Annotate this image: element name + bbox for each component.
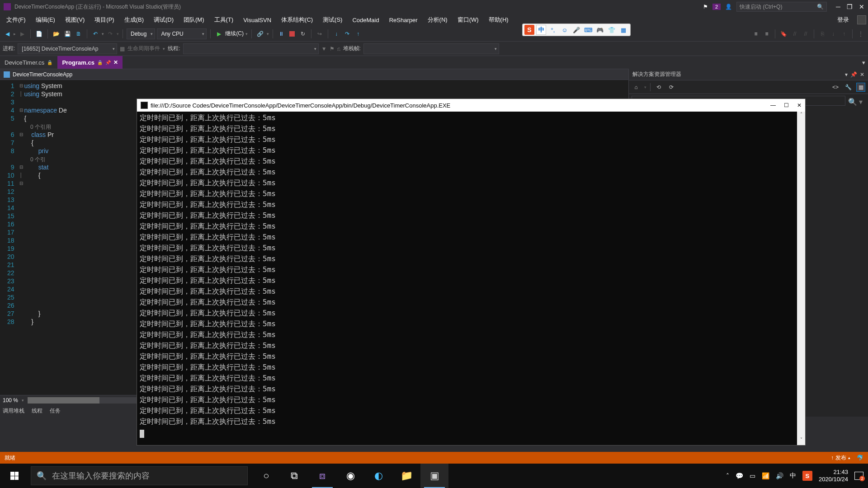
menu-visualsvn[interactable]: VisualSVN <box>239 15 276 25</box>
bookmark-icon[interactable]: 🔖 <box>779 29 788 39</box>
zoom-level[interactable]: 100 % <box>3 397 18 404</box>
tab-devicetimer[interactable]: DeviceTimer.cs 🔒 <box>0 56 57 69</box>
new-button[interactable]: 📄 <box>34 29 44 39</box>
menu-codemaid[interactable]: CodeMaid <box>348 15 383 25</box>
flag-icon[interactable]: ⚑ <box>703 4 708 10</box>
nav-back-button[interactable]: ◀ <box>3 29 12 39</box>
taskbar-chrome-icon[interactable]: ◉ <box>336 464 364 488</box>
restart-button[interactable]: ↻ <box>298 29 307 39</box>
publish-button[interactable]: ↑ 发布 ▴ <box>831 454 850 462</box>
menu-tools[interactable]: 工具(T) <box>210 14 238 26</box>
tray-chevron-icon[interactable]: ˄ <box>726 472 729 479</box>
console-close-button[interactable]: ✕ <box>797 102 802 108</box>
platform-combo[interactable]: Any CPU <box>157 28 207 39</box>
menu-analyze[interactable]: 分析(N) <box>423 14 452 26</box>
menu-resharper[interactable]: ReSharper <box>385 15 422 25</box>
tray-notification-icon[interactable]: 2 <box>854 472 863 480</box>
ime-punct-icon[interactable]: °, <box>548 25 558 35</box>
tb-extra3-icon[interactable]: ↑ <box>840 29 849 39</box>
panel-pin-icon[interactable]: 📌 <box>850 71 857 78</box>
tab-close-icon[interactable]: ✕ <box>113 59 118 66</box>
undo-button[interactable]: ↶ <box>91 29 100 39</box>
taskbar-edge-icon[interactable]: ◐ <box>364 464 392 488</box>
comment-icon[interactable]: // <box>790 29 799 39</box>
step-out-button[interactable]: ↑ <box>354 29 363 39</box>
ime-lang-button[interactable]: 中 <box>536 25 546 35</box>
menu-architecture[interactable]: 体系结构(C) <box>277 14 317 26</box>
uncomment-icon[interactable]: // <box>801 29 810 39</box>
tray-wifi-icon[interactable]: 📶 <box>762 472 769 479</box>
sogou-logo-icon[interactable]: S <box>524 25 534 35</box>
tab-program[interactable]: Program.cs 🔒 📌 ✕ <box>57 56 123 69</box>
avatar-icon[interactable] <box>857 15 866 24</box>
task-view-icon[interactable]: ⧉ <box>280 464 308 488</box>
scroll-down-icon[interactable]: ˅ <box>797 437 805 445</box>
ime-keyboard-icon[interactable]: ⌨ <box>583 25 593 35</box>
menu-debug[interactable]: 调试(D) <box>149 14 178 26</box>
tray-clock[interactable]: 21:43 2020/10/24 <box>819 469 848 483</box>
thread-combo[interactable] <box>183 43 319 54</box>
menu-help[interactable]: 帮助(H) <box>484 14 513 26</box>
show-next-icon[interactable]: ↪ <box>315 29 324 39</box>
ime-skin-icon[interactable]: 👕 <box>607 25 617 35</box>
tb-overflow-icon[interactable]: ⋮ <box>856 29 865 39</box>
console-scrollbar[interactable]: ˄ ˅ <box>797 112 805 445</box>
feedback-icon[interactable]: 👤 <box>725 4 732 10</box>
ime-toolbar[interactable]: S 中 °, ☺ 🎤 ⌨ 🎮 👕 ▦ <box>522 23 631 36</box>
stop-button[interactable] <box>288 29 297 39</box>
config-combo[interactable]: Debug <box>127 28 155 39</box>
tab-overflow-icon[interactable]: ▾ <box>859 56 868 69</box>
console-titlebar[interactable]: file:///D:/Source Codes/DeviceTimerConso… <box>137 99 805 112</box>
source-control-icon[interactable]: 🐬 <box>857 455 863 461</box>
flag-filter-icon[interactable]: ⚑ <box>330 46 335 52</box>
ime-voice-icon[interactable]: 🎤 <box>571 25 581 35</box>
quick-launch-input[interactable]: 快速启动 (Ctrl+Q) 🔍 <box>736 2 827 12</box>
console-maximize-button[interactable]: ☐ <box>784 102 789 108</box>
tb-extra1-icon[interactable]: ⎘ <box>818 29 827 39</box>
tray-chat-icon[interactable]: 💬 <box>736 472 743 479</box>
console-minimize-button[interactable]: — <box>770 102 776 108</box>
taskbar-explorer-icon[interactable]: 📁 <box>392 464 420 488</box>
step-over-button[interactable]: ↷ <box>343 29 352 39</box>
code-text[interactable]: using Systemusing Systemnamespace De{ 0 … <box>24 80 67 395</box>
search-icon[interactable]: 🔍 ▾ <box>845 96 865 108</box>
fold-gutter[interactable]: ⊟│⊟⊟⊟│⊟ <box>18 80 24 395</box>
nav-forward-button[interactable]: ▶ <box>18 29 27 39</box>
home-icon[interactable]: ⌂ <box>632 83 641 92</box>
menu-test[interactable]: 测试(S) <box>318 14 347 26</box>
sign-in-link[interactable]: 登录 <box>833 14 854 26</box>
ime-emoji-icon[interactable]: ☺ <box>560 25 570 35</box>
stackframe-combo[interactable] <box>363 43 499 54</box>
taskbar-vs-icon[interactable]: ⧈ <box>308 464 336 488</box>
tab-callstack[interactable]: 调用堆栈 <box>3 407 24 415</box>
menu-team[interactable]: 团队(M) <box>179 14 209 26</box>
pin-icon[interactable]: 📌 <box>105 60 111 65</box>
properties-icon[interactable]: 🔧 <box>844 83 853 92</box>
indent-less-icon[interactable]: ≡ <box>751 29 760 39</box>
solution-explorer-header[interactable]: 解决方案资源管理器 ▾ 📌 ✕ <box>629 69 868 80</box>
taskbar-console-icon[interactable]: ▣ <box>420 464 448 488</box>
redo-button[interactable]: ↷ <box>106 29 115 39</box>
notification-badge[interactable]: 2 <box>712 4 721 10</box>
tab-tasks[interactable]: 任务 <box>50 407 61 415</box>
close-button[interactable]: ✕ <box>859 3 864 10</box>
menu-project[interactable]: 项目(P) <box>90 14 118 26</box>
refresh-icon[interactable]: ⟳ <box>667 83 676 92</box>
minimize-button[interactable]: ─ <box>836 3 840 10</box>
console-window[interactable]: file:///D:/Source Codes/DeviceTimerConso… <box>137 99 806 446</box>
tray-battery-icon[interactable]: ▭ <box>750 472 755 479</box>
menu-window[interactable]: 窗口(W) <box>453 14 483 26</box>
start-button[interactable] <box>0 464 29 488</box>
thread-filter-icon[interactable]: ⎌ <box>337 46 340 52</box>
maximize-button[interactable]: ❐ <box>847 3 853 10</box>
console-output[interactable]: 定时时间已到，距离上次执行已过去：5ms 定时时间已到，距离上次执行已过去：5m… <box>137 112 797 445</box>
menu-edit[interactable]: 编辑(E) <box>31 14 60 26</box>
pause-button[interactable]: ⏸ <box>277 29 286 39</box>
panel-close-icon[interactable]: ✕ <box>860 71 864 78</box>
sync-icon[interactable]: ⟲ <box>654 83 663 92</box>
tb-extra2-icon[interactable]: ↓ <box>829 29 838 39</box>
code-view-icon[interactable]: <> <box>831 83 840 92</box>
process-combo[interactable]: [16652] DeviceTimerConsoleAp <box>18 43 117 54</box>
scroll-up-icon[interactable]: ˄ <box>797 112 805 120</box>
ime-menu-icon[interactable]: ▦ <box>618 25 628 35</box>
